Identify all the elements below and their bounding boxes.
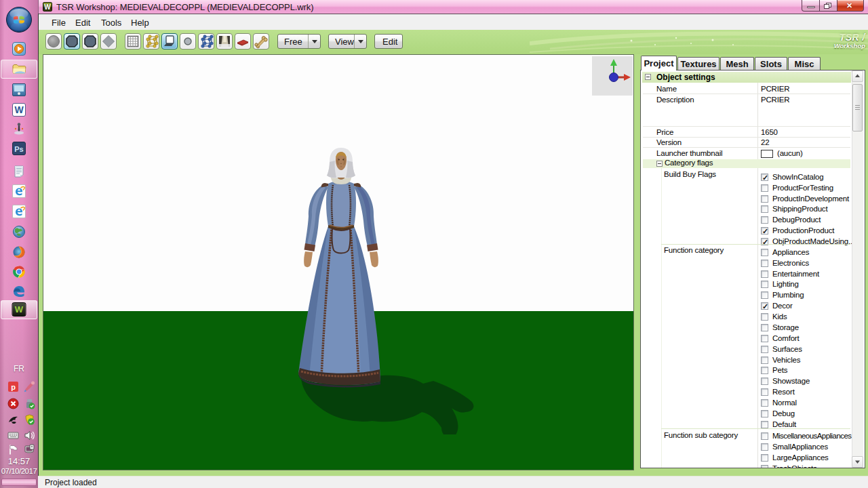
- svg-text:p: p: [11, 383, 16, 391]
